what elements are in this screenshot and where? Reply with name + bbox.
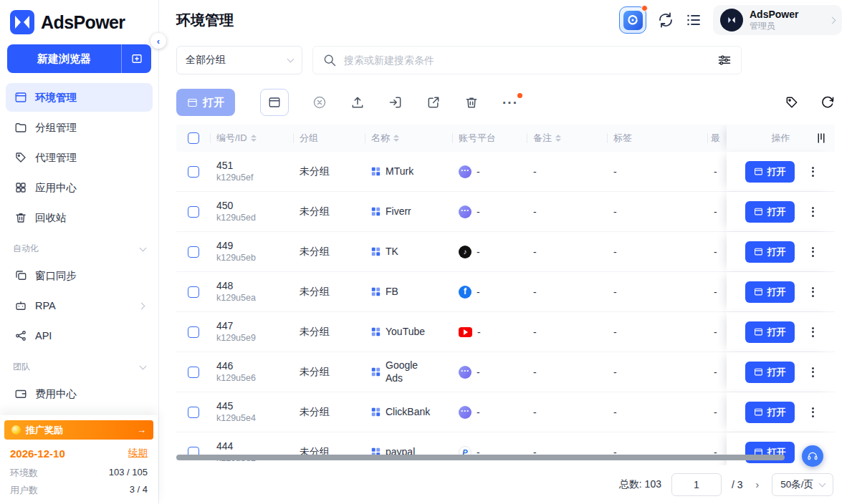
- group-select[interactable]: 全部分组: [176, 46, 302, 74]
- table-row: 444 k129u5e2 未分组 paypal - - - - 打开: [176, 432, 835, 465]
- env-last-open: -: [708, 432, 727, 465]
- bulk-open-button[interactable]: 打开: [176, 89, 235, 116]
- row-menu-button[interactable]: [809, 364, 817, 380]
- task-list-button[interactable]: [685, 11, 702, 29]
- more-dots: ···: [502, 96, 518, 110]
- user-menu[interactable]: AdsPower 管理员: [713, 5, 842, 35]
- open-env-button[interactable]: 打开: [745, 281, 795, 303]
- open-env-button[interactable]: 打开: [745, 201, 795, 223]
- apps-grid-icon: [14, 181, 27, 194]
- new-browser-button[interactable]: 新建浏览器: [7, 44, 121, 73]
- row-menu-button[interactable]: [809, 284, 817, 300]
- browser-window-icon: [14, 91, 27, 104]
- column-settings-icon[interactable]: [815, 132, 828, 145]
- env-group: 未分组: [294, 312, 365, 352]
- open-env-button[interactable]: 打开: [745, 241, 795, 263]
- row-checkbox[interactable]: [188, 326, 199, 338]
- search-input[interactable]: [344, 54, 710, 66]
- brand-name: AdsPower: [41, 12, 125, 33]
- platform-icon: [459, 165, 472, 178]
- sidebar-item-api[interactable]: API: [6, 321, 153, 350]
- trash-icon: [14, 211, 27, 224]
- adspower-logo-icon: [10, 10, 34, 34]
- row-menu-button[interactable]: [809, 404, 817, 420]
- search-icon: [322, 53, 337, 67]
- select-all-checkbox[interactable]: [188, 132, 199, 144]
- horizontal-scrollbar[interactable]: [176, 455, 785, 460]
- env-number: 445: [216, 400, 233, 412]
- row-checkbox[interactable]: [188, 367, 199, 378]
- group-select-value: 全部分组: [186, 54, 226, 67]
- team-menu: 费用中心: [0, 377, 158, 408]
- sidebar-item-recycle-bin[interactable]: 回收站: [6, 203, 153, 232]
- env-last-open: -: [708, 192, 727, 231]
- sidebar-item-label: 分组管理: [35, 121, 77, 135]
- row-menu-button[interactable]: [809, 164, 817, 180]
- share-export-button[interactable]: [426, 95, 441, 110]
- row-checkbox[interactable]: [188, 286, 199, 298]
- window-icon: [268, 96, 281, 109]
- next-page-button[interactable]: ›: [753, 478, 762, 492]
- tags-manage-button[interactable]: [785, 95, 799, 110]
- sort-icon[interactable]: [393, 135, 399, 142]
- sidebar-item-billing-center[interactable]: 费用中心: [6, 379, 153, 408]
- open-env-button[interactable]: 打开: [745, 161, 795, 183]
- open-env-button[interactable]: 打开: [745, 402, 795, 423]
- section-automation[interactable]: 自动化: [0, 233, 158, 258]
- page-input[interactable]: [671, 473, 722, 496]
- import-button[interactable]: [388, 95, 403, 110]
- sort-icon[interactable]: [555, 135, 561, 142]
- delete-button[interactable]: [464, 95, 479, 110]
- open-settings-button[interactable]: [260, 89, 289, 116]
- open-env-button[interactable]: 打开: [745, 362, 795, 383]
- support-button[interactable]: [802, 445, 823, 467]
- section-team[interactable]: 团队: [0, 352, 158, 377]
- promo-banner[interactable]: 推广奖励 →: [4, 420, 153, 440]
- export-upload-button[interactable]: [350, 95, 365, 110]
- new-browser-group: 新建浏览器: [0, 40, 158, 80]
- env-number: 450: [216, 200, 233, 211]
- tag-icon: [785, 95, 799, 110]
- row-checkbox[interactable]: [188, 407, 199, 418]
- sidebar-item-environments[interactable]: 环境管理: [6, 83, 153, 112]
- sort-icon[interactable]: [251, 135, 257, 142]
- env-group: 未分组: [294, 192, 365, 231]
- env-number: 449: [216, 240, 233, 251]
- pagination: 总数: 103 / 3 › 50条/页: [159, 465, 852, 504]
- env-id-code: k129u5e4: [216, 413, 256, 423]
- col-name: 名称: [371, 132, 390, 145]
- filter-sliders-icon[interactable]: [717, 53, 732, 67]
- row-menu-button[interactable]: [809, 244, 817, 260]
- sidebar-collapse-button[interactable]: ‹: [150, 33, 166, 49]
- browser-kernel-button[interactable]: [619, 6, 646, 34]
- more-actions-button[interactable]: ···: [502, 96, 518, 110]
- row-checkbox[interactable]: [188, 166, 199, 178]
- chevron-down-icon: [140, 244, 147, 251]
- refresh-button[interactable]: [820, 95, 835, 110]
- open-env-label: 打开: [767, 326, 786, 339]
- row-checkbox[interactable]: [188, 246, 199, 258]
- user-name: AdsPower: [750, 9, 798, 21]
- sidebar-item-proxies[interactable]: 代理管理: [6, 143, 153, 172]
- sidebar-item-window-sync[interactable]: 窗口同步: [6, 261, 153, 290]
- page-size-select[interactable]: 50条/页: [772, 473, 833, 496]
- open-env-button[interactable]: 打开: [745, 321, 795, 343]
- open-env-label: 打开: [767, 246, 786, 258]
- new-browser-batch-button[interactable]: [121, 44, 151, 73]
- sidebar-item-rpa[interactable]: RPA: [6, 291, 153, 320]
- platform-account: -: [477, 166, 480, 178]
- col-last-open: 最: [711, 132, 720, 145]
- sidebar-item-groups[interactable]: 分组管理: [6, 113, 153, 142]
- env-number: 447: [216, 320, 233, 331]
- renew-link[interactable]: 续期: [128, 447, 148, 460]
- row-menu-button[interactable]: [809, 324, 817, 340]
- page-title: 环境管理: [176, 11, 234, 30]
- env-id-code: k129u5ed: [216, 213, 256, 223]
- sidebar-item-apps[interactable]: 应用中心: [6, 173, 153, 202]
- sync-status-button[interactable]: [657, 11, 674, 29]
- total-pages: / 3: [732, 479, 743, 490]
- row-checkbox[interactable]: [188, 206, 199, 218]
- row-menu-button[interactable]: [809, 204, 817, 220]
- platform-icon: [459, 205, 472, 218]
- close-all-button[interactable]: [312, 95, 327, 110]
